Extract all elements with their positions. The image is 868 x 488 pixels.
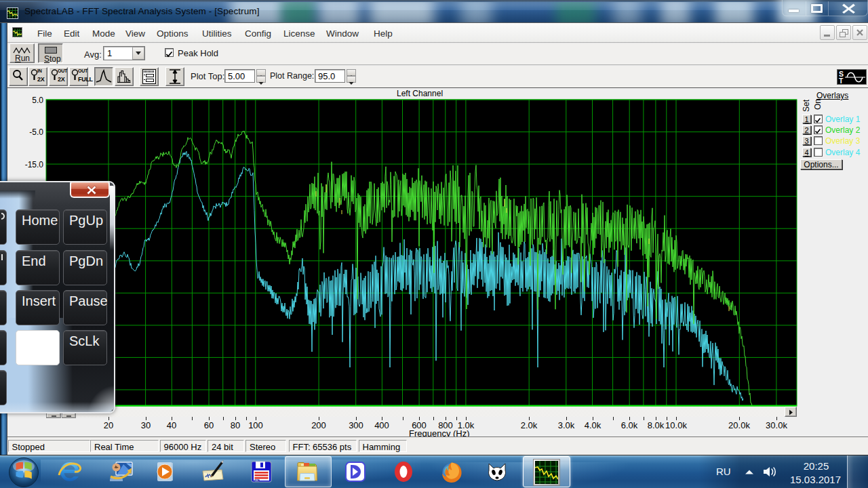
svg-text:abc: abc [255, 479, 259, 482]
